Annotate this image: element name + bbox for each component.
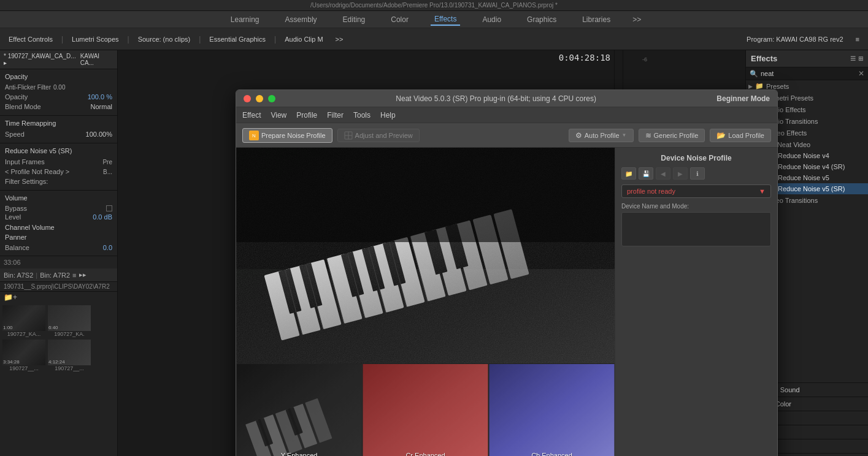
media-bin-header[interactable]: Bin: A7S2 | Bin: A7R2 ≡ ▸▸ [0,268,117,282]
profile-not-ready-value[interactable]: B... [103,169,112,175]
bin-icon[interactable]: ≡ [72,272,76,279]
prepare-noise-button[interactable]: N Prepare Noise Profile [242,128,332,143]
svg-rect-34 [236,148,615,242]
menu-item-effects[interactable]: Effects [431,13,460,26]
cb-channel-image [489,364,615,456]
level-value[interactable]: 0.0 dB [93,213,112,221]
balance-value[interactable]: 0.0 [103,244,112,251]
menu-view[interactable]: View [271,111,286,120]
menu-tools[interactable]: Tools [353,111,371,120]
minimize-button[interactable] [256,95,263,102]
maximize-button[interactable] [268,95,275,102]
dialog-toolbar: N Prepare Noise Profile Adjust and Previ… [236,123,777,148]
speed-label: Speed [5,131,25,138]
dnp-next-btn[interactable]: ▶ [673,167,688,180]
bin-a7s2-label: Bin: A7S2 [4,272,33,279]
dialog-body: Y Enhanced [236,148,777,456]
balance-label: Balance [5,244,29,251]
menu-item-libraries[interactable]: Libraries [578,14,614,25]
cb-channel-preview[interactable]: Cb Enhanced [489,364,615,456]
effects-search-input[interactable] [761,70,856,77]
dropdown-arrow-icon: ▼ [759,188,766,195]
y-channel-preview[interactable]: Y Enhanced [236,364,363,456]
svg-rect-43 [237,364,362,456]
dnp-info-btn[interactable]: ℹ [690,167,705,180]
menu-item-learning[interactable]: Learning [227,14,263,25]
effects-list-icon[interactable]: ☰ [850,55,856,62]
menu-filter[interactable]: Filter [327,111,344,120]
input-frames-value[interactable]: Pre [102,159,112,165]
blend-mode-label: Blend Mode [5,103,41,110]
thumbnail-3[interactable]: 3:34:28 190727__... [2,340,45,371]
neat-video-label: Neat Video [777,141,810,148]
add-folder-button[interactable]: 📁+ [0,292,117,303]
load-profile-button[interactable]: 📂 Load Profile [710,129,771,142]
effects-search-bar[interactable]: 🔍 ✕ [746,67,868,80]
clip-header[interactable]: * 190727_KAWAI_CA_D... ▸ KAWAI CA... [0,50,117,69]
prepare-noise-label: Prepare Noise Profile [261,132,326,139]
adjust-preview-button[interactable]: Adjust and Preview [337,129,420,142]
dnp-toolbar: 📁 💾 ◀ ▶ ℹ [621,167,771,180]
effects-panel-header: Effects ☰ ⊞ [746,50,868,67]
input-frames-label: Input Frames [5,158,45,165]
bypass-checkbox[interactable] [106,205,112,211]
menu-item-graphics[interactable]: Graphics [523,14,560,25]
opacity-prop-label: Opacity [5,93,28,101]
menu-effect[interactable]: Effect [242,111,261,120]
bin-a7r2-label: Bin: A7R2 [40,272,70,279]
auto-profile-icon: ⚙ [575,131,582,140]
thumbnail-2[interactable]: 6:40 190727_KA. [48,305,91,337]
effects-grid-icon[interactable]: ⊞ [858,55,863,62]
thumbnail-4[interactable]: 4:12:24 190727__... [48,340,91,371]
generic-profile-label: Generic Profile [654,132,699,139]
main-preview[interactable] [236,148,615,363]
reduce-noise-v5-label: Reduce Noise v5 [778,174,829,181]
essential-graphics-tab[interactable]: Essential Graphics [205,34,269,44]
svg-text:N: N [252,133,256,139]
opacity-label: Opacity [5,73,112,80]
channel-volume-label: Channel Volume [5,224,112,231]
speed-value[interactable]: 100.00% [86,131,112,138]
prepare-icon: N [249,131,259,140]
anti-flicker-value[interactable]: 0.00 [53,84,65,91]
reduce-noise-v4-sr-label: Reduce Noise v4 (SR) [778,163,845,170]
clip-name: * 190727_KAWAI_CA_D... ▸ [4,53,78,66]
beginner-mode-label[interactable]: Beginner Mode [716,94,770,103]
audio-clip-tab[interactable]: Audio Clip M [281,34,326,44]
source-tab[interactable]: Source: (no clips) [134,34,194,44]
generic-profile-button[interactable]: ≋ Generic Profile [639,129,705,142]
more-workspaces-button[interactable]: >> [632,15,641,24]
program-monitor-icon[interactable]: ≡ [852,34,863,44]
reduce-noise-label: Reduce Noise v5 (SR) [5,147,112,154]
center-area: 0:04:28:18 Neat Video 5.0.3 (SR) Pro plu… [118,50,745,456]
clear-search-icon[interactable]: ✕ [858,69,864,78]
cr-channel-preview[interactable]: Cr Enhanced [363,364,489,456]
more-bins-button[interactable]: ▸▸ [79,271,86,279]
effect-controls-tab[interactable]: Effect Controls [5,34,56,44]
menu-item-assembly[interactable]: Assembly [282,14,321,25]
menu-profile[interactable]: Profile [296,111,317,120]
profile-status-dropdown[interactable]: profile not ready ▼ [621,184,771,198]
opacity-section: Opacity Anti-Flicker Filter 0.00 Opacity… [0,69,117,116]
more-panels-button[interactable]: >> [332,34,347,44]
device-name-box[interactable] [621,212,771,246]
adjust-icon [344,131,353,140]
reduce-noise-v4-label: Reduce Noise v4 [778,152,829,159]
dnp-save-btn[interactable]: 💾 [639,167,653,180]
menu-item-audio[interactable]: Audio [478,14,505,25]
device-name-label: Device Name and Mode: [621,203,771,210]
svg-rect-47 [490,364,615,456]
menu-help[interactable]: Help [380,111,396,120]
opacity-value[interactable]: 100.0 % [88,93,112,101]
lumetri-scopes-tab[interactable]: Lumetri Scopes [68,34,122,44]
dnp-prev-btn[interactable]: ◀ [656,167,670,180]
dnp-folder-btn[interactable]: 📁 [621,167,636,180]
time-remap-label: Time Remapping [5,120,112,127]
thumbnail-1[interactable]: 1:00 190727_KA... [2,305,45,337]
menu-item-editing[interactable]: Editing [339,14,369,25]
blend-mode-value[interactable]: Normal [91,103,112,110]
auto-profile-button[interactable]: ⚙ Auto Profile ▼ [569,129,634,142]
close-button[interactable] [244,95,251,102]
menu-item-color[interactable]: Color [387,14,412,25]
file-path: /Users/rodrigo/Documents/Adobe/Premiere … [310,2,558,9]
